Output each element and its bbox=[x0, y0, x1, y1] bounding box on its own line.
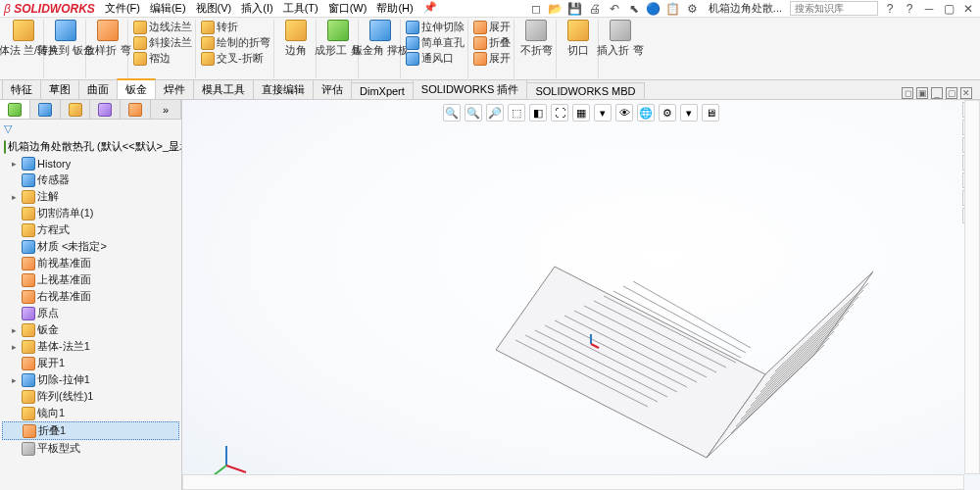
new-icon[interactable]: ◻ bbox=[528, 1, 544, 17]
tree-item-11[interactable]: ▸基体-法兰1 bbox=[2, 338, 179, 355]
tree-item-2[interactable]: ▸注解 bbox=[2, 188, 179, 205]
unfold-button[interactable]: 展开 bbox=[473, 20, 511, 34]
menu-window[interactable]: 窗口(W) bbox=[326, 1, 369, 16]
vertical-scrollbar[interactable] bbox=[964, 100, 980, 474]
max-doc-icon[interactable]: ▢ bbox=[946, 87, 957, 99]
tab-mold[interactable]: 模具工具 bbox=[193, 79, 254, 99]
base-flange-button[interactable]: 基体法 兰/薄片 bbox=[7, 20, 40, 58]
tab-sheetmetal[interactable]: 钣金 bbox=[117, 78, 156, 99]
viewtool-7[interactable]: ▾ bbox=[594, 104, 612, 122]
options-icon[interactable]: ⚙ bbox=[685, 1, 701, 17]
viewtool-6[interactable]: ▦ bbox=[572, 104, 590, 122]
hem-button[interactable]: 褶边 bbox=[133, 51, 192, 66]
tab-dimxpert[interactable]: DimXpert bbox=[351, 82, 414, 99]
tab-evaluate[interactable]: 评估 bbox=[313, 79, 352, 99]
print-icon[interactable]: 🖨 bbox=[587, 1, 603, 17]
tab-mbd[interactable]: SOLIDWORKS MBD bbox=[526, 82, 644, 99]
minimize-icon[interactable]: ─ bbox=[921, 1, 937, 17]
open-icon[interactable]: 📂 bbox=[548, 1, 564, 17]
fm-display-tab[interactable] bbox=[121, 100, 151, 119]
sketched-bend-button[interactable]: 绘制的折弯 bbox=[201, 35, 270, 50]
tree-item-17[interactable]: 平板型式 bbox=[2, 440, 179, 457]
tree-item-13[interactable]: ▸切除-拉伸1 bbox=[2, 371, 179, 388]
vent-button[interactable]: 通风口 bbox=[406, 51, 465, 66]
cross-break-button[interactable]: 交叉-折断 bbox=[201, 51, 270, 66]
viewtool-5[interactable]: ⛶ bbox=[551, 104, 568, 122]
rip-button[interactable]: 切口 bbox=[562, 20, 595, 58]
close-doc-icon[interactable]: ✕ bbox=[960, 87, 972, 99]
fm-tree-tab[interactable] bbox=[0, 100, 30, 119]
flatten-button[interactable]: 展开 bbox=[473, 51, 511, 66]
search-help-icon[interactable]: ? bbox=[882, 1, 898, 17]
fm-prop-tab[interactable] bbox=[30, 100, 61, 119]
extrude-cut-button[interactable]: 拉伸切除 bbox=[406, 20, 465, 34]
tree-item-16[interactable]: 折叠1 bbox=[2, 421, 179, 440]
convert-sheetmetal-button[interactable]: 转换到 钣金 bbox=[49, 20, 82, 58]
tree-item-6[interactable]: 前视基准面 bbox=[2, 255, 179, 271]
tree-item-9[interactable]: 原点 bbox=[2, 305, 179, 321]
expand-icon[interactable]: ▸ bbox=[12, 325, 20, 335]
lofted-bend-button[interactable]: 放样折 弯 bbox=[91, 20, 124, 58]
tree-item-3[interactable]: 切割清单(1) bbox=[2, 205, 179, 221]
close-icon[interactable]: ✕ bbox=[960, 1, 976, 17]
viewtool-1[interactable]: 🔍 bbox=[465, 104, 482, 122]
insert-bend-button[interactable]: 插入折 弯 bbox=[604, 20, 637, 58]
tree-item-0[interactable]: ▸History bbox=[2, 156, 179, 172]
menu-view[interactable]: 视图(V) bbox=[194, 1, 234, 16]
tree-item-7[interactable]: 上视基准面 bbox=[2, 271, 179, 288]
viewtool-9[interactable]: 🌐 bbox=[637, 104, 655, 122]
tree-item-15[interactable]: 镜向1 bbox=[2, 405, 179, 421]
rebuild-icon[interactable]: 🔵 bbox=[646, 1, 662, 17]
viewtool-10[interactable]: ⚙ bbox=[659, 104, 676, 122]
cascade-icon[interactable]: ▣ bbox=[916, 87, 928, 99]
corner-button[interactable]: 边角 bbox=[279, 20, 313, 58]
tab-sketch[interactable]: 草图 bbox=[40, 79, 79, 99]
fold-button[interactable]: 折叠 bbox=[473, 35, 511, 50]
tile-icon[interactable]: ◻ bbox=[902, 87, 913, 99]
save-icon[interactable]: 💾 bbox=[567, 1, 583, 17]
viewtool-8[interactable]: 👁 bbox=[615, 104, 633, 122]
fm-dim-tab[interactable] bbox=[90, 100, 121, 119]
viewtool-2[interactable]: 🔎 bbox=[486, 104, 504, 122]
tree-item-8[interactable]: 右视基准面 bbox=[2, 288, 179, 305]
menu-pin-icon[interactable]: 📌 bbox=[421, 1, 439, 16]
expand-icon[interactable]: ▸ bbox=[12, 342, 20, 352]
no-bend-button[interactable]: 不折弯 bbox=[519, 20, 553, 58]
min-doc-icon[interactable]: _ bbox=[931, 87, 943, 99]
tree-root[interactable]: 机箱边角处散热孔 (默认<<默认>_显示状 bbox=[0, 137, 181, 156]
jog-button[interactable]: 转折 bbox=[201, 20, 270, 34]
menu-insert[interactable]: 插入(I) bbox=[239, 1, 274, 16]
tree-item-10[interactable]: ▸钣金 bbox=[2, 321, 179, 338]
undo-icon[interactable]: ↶ bbox=[607, 1, 622, 17]
expand-icon[interactable]: ▸ bbox=[12, 192, 20, 202]
menu-file[interactable]: 文件(F) bbox=[103, 1, 142, 16]
select-icon[interactable]: ⬉ bbox=[626, 1, 642, 17]
viewtool-12[interactable]: 🖥 bbox=[702, 104, 719, 122]
graphics-viewport[interactable]: 🔍🔍🔎⬚◧⛶▦▾👁🌐⚙▾🖥 bbox=[182, 100, 980, 490]
horizontal-scrollbar[interactable] bbox=[182, 474, 964, 490]
viewtool-0[interactable]: 🔍 bbox=[443, 104, 461, 122]
viewtool-3[interactable]: ⬚ bbox=[508, 104, 525, 122]
menu-help[interactable]: 帮助(H) bbox=[374, 1, 415, 16]
file-props-icon[interactable]: 📋 bbox=[665, 1, 681, 17]
simple-hole-button[interactable]: 简单直孔 bbox=[406, 35, 465, 50]
tab-surface[interactable]: 曲面 bbox=[78, 79, 118, 99]
tree-item-12[interactable]: 展开1 bbox=[2, 355, 179, 371]
forming-tool-button[interactable]: 成形工 具 bbox=[321, 20, 355, 58]
viewtool-4[interactable]: ◧ bbox=[529, 104, 547, 122]
maximize-icon[interactable]: ▢ bbox=[941, 1, 956, 17]
expand-icon[interactable]: ▸ bbox=[12, 375, 20, 385]
miter-flange-button[interactable]: 斜接法兰 bbox=[133, 35, 192, 50]
filter-icon[interactable]: ▽ bbox=[4, 122, 12, 135]
menu-tools[interactable]: 工具(T) bbox=[281, 1, 320, 16]
tree-item-1[interactable]: 传感器 bbox=[2, 172, 179, 188]
tab-addins[interactable]: SOLIDWORKS 插件 bbox=[413, 79, 528, 99]
tab-weldments[interactable]: 焊件 bbox=[155, 79, 194, 99]
tab-directedit[interactable]: 直接编辑 bbox=[253, 79, 314, 99]
tab-features[interactable]: 特征 bbox=[2, 79, 41, 99]
gusset-button[interactable]: 钣金角 撑板 bbox=[364, 20, 397, 58]
tree-item-4[interactable]: 方程式 bbox=[2, 221, 179, 238]
fm-config-tab[interactable] bbox=[61, 100, 91, 119]
edge-flange-button[interactable]: 边线法兰 bbox=[133, 20, 192, 34]
help-icon[interactable]: ? bbox=[902, 1, 917, 17]
